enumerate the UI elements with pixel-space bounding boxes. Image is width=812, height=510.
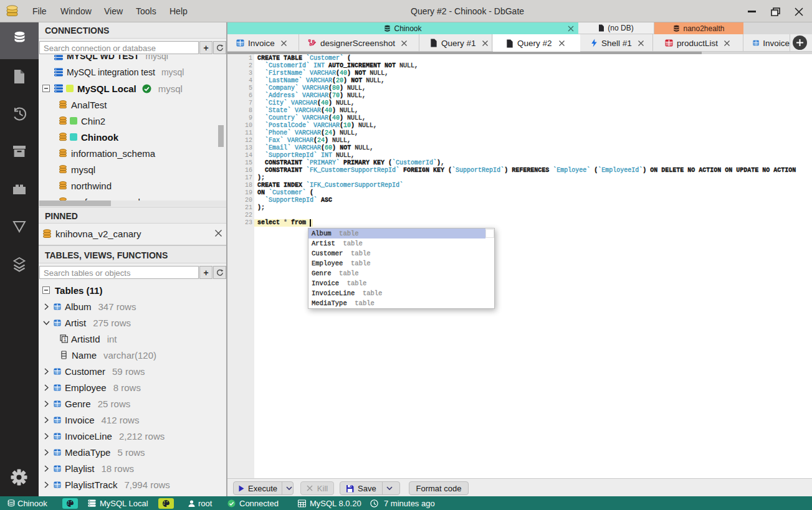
svg-text:1: 1 xyxy=(64,336,67,342)
